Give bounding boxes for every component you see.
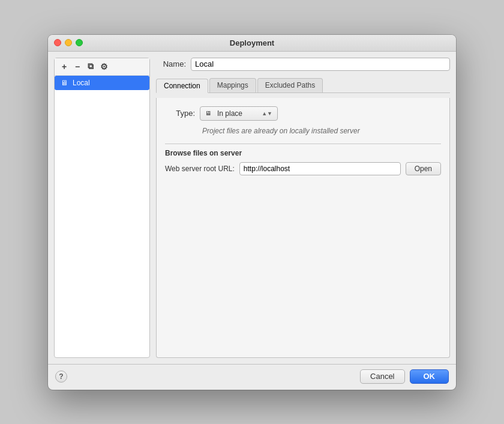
type-label: Type: xyxy=(165,109,195,118)
deployment-window: Deployment + − ⧉ ⚙ 🖥 Local Name: xyxy=(48,35,456,390)
action-buttons: Cancel OK xyxy=(360,369,449,384)
server-settings-button[interactable]: ⚙ xyxy=(98,61,110,73)
name-row: Name: xyxy=(156,58,450,71)
section-header: Browse files on server xyxy=(165,144,441,157)
tab-mappings[interactable]: Mappings xyxy=(209,78,256,92)
remove-server-button[interactable]: − xyxy=(71,61,83,73)
server-icon: 🖥 xyxy=(59,78,69,88)
url-label: Web server root URL: xyxy=(165,165,235,173)
type-select-icon: 🖥 xyxy=(205,110,211,117)
type-select-value: In place xyxy=(217,109,242,118)
info-text: Project files are already on locally ins… xyxy=(202,127,441,135)
close-button[interactable] xyxy=(54,39,61,46)
tab-excluded-paths[interactable]: Excluded Paths xyxy=(257,78,323,92)
maximize-button[interactable] xyxy=(76,39,83,46)
sidebar-item-local[interactable]: 🖥 Local xyxy=(55,76,149,90)
bottom-bar: ? Cancel OK xyxy=(48,364,456,390)
ok-button[interactable]: OK xyxy=(410,369,449,384)
main-panel: Name: Connection Mappings Excluded Paths… xyxy=(156,58,450,358)
url-input[interactable] xyxy=(239,162,401,175)
tab-connection[interactable]: Connection xyxy=(156,79,208,93)
type-select[interactable]: 🖥 In place ▲▼ xyxy=(200,106,278,121)
tabs-container: Connection Mappings Excluded Paths xyxy=(156,78,450,93)
name-input[interactable] xyxy=(191,58,450,71)
help-button[interactable]: ? xyxy=(55,371,67,383)
tab-content-connection: Type: 🖥 In place ▲▼ Project files are al… xyxy=(156,98,450,358)
sidebar-item-label: Local xyxy=(73,79,90,87)
url-row: Web server root URL: Open xyxy=(165,162,441,175)
window-title: Deployment xyxy=(230,38,274,47)
sidebar: + − ⧉ ⚙ 🖥 Local xyxy=(54,58,150,358)
name-label: Name: xyxy=(156,59,186,68)
minimize-button[interactable] xyxy=(65,39,72,46)
sidebar-toolbar: + − ⧉ ⚙ xyxy=(55,58,149,76)
window-content: + − ⧉ ⚙ 🖥 Local Name: Connection Mapping… xyxy=(48,52,456,364)
add-server-button[interactable]: + xyxy=(58,61,70,73)
traffic-lights xyxy=(54,39,83,46)
open-button[interactable]: Open xyxy=(406,162,441,175)
cancel-button[interactable]: Cancel xyxy=(360,369,404,384)
dropdown-arrow-icon: ▲▼ xyxy=(262,111,272,117)
copy-server-button[interactable]: ⧉ xyxy=(85,61,97,73)
titlebar: Deployment xyxy=(48,35,456,52)
type-row: Type: 🖥 In place ▲▼ xyxy=(165,106,441,121)
